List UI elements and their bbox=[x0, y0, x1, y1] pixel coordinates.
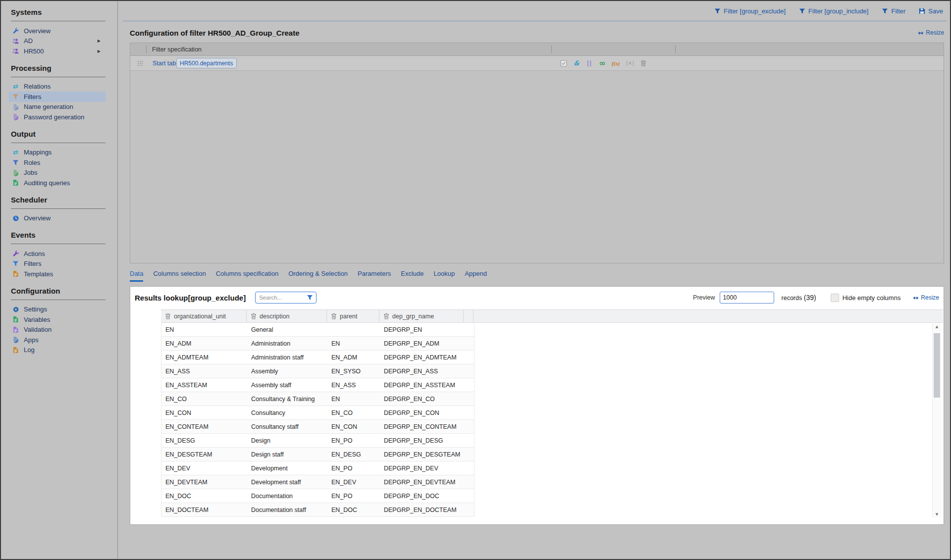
preview-input[interactable] bbox=[720, 292, 774, 304]
sidebar-item-label: AD bbox=[24, 37, 33, 45]
delete-icon[interactable] bbox=[640, 59, 647, 67]
sidebar-item-jobs[interactable]: Jobs bbox=[11, 168, 106, 178]
checkbox-icon[interactable] bbox=[560, 59, 567, 67]
table-row[interactable]: EN_ASSTEAMAssembly staffEN_ASSDEPGRP_EN_… bbox=[161, 378, 474, 392]
search-input[interactable]: Search... bbox=[255, 292, 317, 304]
cell-dep-grp-name: DEPGRP_EN_DOCTEAM bbox=[380, 507, 464, 513]
column-header-stub bbox=[464, 310, 474, 322]
trash-icon[interactable] bbox=[165, 313, 171, 319]
table-row[interactable]: ENGeneralDEPGRP_EN bbox=[161, 323, 474, 337]
sidebar-item-apps[interactable]: Apps bbox=[11, 335, 106, 345]
column-label: dep_grp_name bbox=[392, 313, 434, 320]
results-controls: Preview records (39) Hide empty columns … bbox=[693, 292, 939, 304]
sidebar-item-password-generation[interactable]: Password generation bbox=[11, 112, 106, 122]
link-icon[interactable]: ∞ bbox=[599, 59, 606, 67]
scroll-down-button[interactable]: ▼ bbox=[933, 511, 941, 517]
table-row[interactable]: EN_CONConsultancyEN_CODEPGRP_EN_CON bbox=[161, 406, 474, 420]
sidebar-item-variables[interactable]: Variables bbox=[11, 314, 106, 325]
filter-group-exclude-button[interactable]: Filter [group_exclude] bbox=[714, 7, 786, 15]
column-header-organizational-unit[interactable]: organizational_unit bbox=[161, 310, 247, 322]
filter-specification-header: Filter specification bbox=[130, 43, 944, 56]
table-row[interactable]: EN_DEVDevelopmentEN_PODEPGRP_EN_DEV bbox=[161, 461, 474, 475]
sidebar-item-hr500[interactable]: HR500▶ bbox=[11, 46, 106, 56]
sidebar-item-settings[interactable]: Settings bbox=[11, 305, 106, 315]
trash-icon[interactable] bbox=[383, 313, 389, 319]
table-row[interactable]: EN_CONTEAMConsultancy staffEN_CONDEPGRP_… bbox=[161, 420, 474, 434]
section-title: Systems bbox=[11, 8, 117, 16]
tab-lookup[interactable]: Lookup bbox=[434, 270, 455, 282]
resize-arrows-icon: ↔ bbox=[918, 29, 923, 37]
tab-exclude[interactable]: Exclude bbox=[401, 270, 423, 282]
table-row[interactable]: EN_DOCDocumentationEN_PODEPGRP_EN_DOC bbox=[161, 489, 474, 503]
tab-columns-specification[interactable]: Columns specification bbox=[216, 270, 278, 282]
sidebar-item-overview[interactable]: Overview bbox=[11, 213, 106, 224]
sidebar-item-roles[interactable]: Roles bbox=[11, 157, 106, 168]
sidebar-item-actions[interactable]: Actions bbox=[11, 249, 106, 259]
filter-group-include-button[interactable]: Filter [group_include] bbox=[799, 7, 868, 15]
sidebar-item-label: Templates bbox=[24, 270, 53, 278]
doc-icon bbox=[12, 270, 19, 278]
title-row: Configuration of filter HR500_AD_Group_C… bbox=[130, 27, 944, 39]
sidebar: Systems Overview AD▶ HR500▶Processing ⇄ … bbox=[1, 1, 118, 559]
table-row[interactable]: EN_DESGTEAMDesign staffEN_DESGDEPGRP_EN_… bbox=[161, 448, 474, 461]
sidebar-item-label: Name generation bbox=[24, 103, 73, 110]
table-row[interactable]: EN_DEVTEAMDevelopment staffEN_DEVDEPGRP_… bbox=[161, 475, 474, 489]
sidebar-item-validation[interactable]: Validation bbox=[11, 325, 106, 335]
cell-organizational-unit: EN_DOC bbox=[161, 493, 247, 500]
table-row[interactable]: EN_DESGDesignEN_PODEPGRP_EN_DESG bbox=[161, 434, 474, 448]
resize-link-top[interactable]: ↔ Resize bbox=[918, 29, 944, 37]
sidebar-item-name-generation[interactable]: Name generation bbox=[11, 102, 106, 112]
table-row[interactable]: EN_ADMAdministrationENDEPGRP_EN_ADM bbox=[161, 337, 474, 351]
tab-append[interactable]: Append bbox=[465, 270, 487, 282]
tab-data[interactable]: Data bbox=[130, 270, 143, 282]
trash-icon[interactable] bbox=[331, 313, 337, 319]
sidebar-item-relations[interactable]: ⇄ Relations bbox=[11, 82, 106, 92]
column-header-description[interactable]: description bbox=[247, 310, 327, 322]
filter-button[interactable]: Filter bbox=[882, 7, 905, 15]
doc-icon bbox=[12, 316, 19, 323]
scrollbar-thumb[interactable] bbox=[934, 333, 940, 398]
sidebar-item-label: Log bbox=[24, 346, 35, 354]
column-header-parent[interactable]: parent bbox=[327, 310, 379, 322]
column-header-dep-grp-name[interactable]: dep_grp_name bbox=[379, 310, 464, 322]
sidebar-item-ad[interactable]: AD▶ bbox=[11, 36, 106, 47]
funnel-icon bbox=[799, 8, 805, 14]
cell-parent: EN bbox=[327, 340, 380, 347]
and-icon[interactable]: & bbox=[573, 59, 580, 67]
sidebar-item-log[interactable]: Log bbox=[11, 345, 106, 356]
start-table-select[interactable]: HR500.departments bbox=[176, 58, 237, 68]
sidebar-item-mappings[interactable]: ⇄ Mappings bbox=[11, 148, 106, 158]
sidebar-item-auditing-queries[interactable]: Auditing queries bbox=[11, 178, 106, 188]
tab-ordering-selection[interactable]: Ordering & Selection bbox=[288, 270, 348, 282]
sidebar-item-filters[interactable]: Filters bbox=[11, 259, 106, 269]
cell-parent: EN_PO bbox=[327, 437, 380, 444]
vertical-scrollbar[interactable]: ▲ ▼ bbox=[932, 323, 941, 517]
table-header-row: organizational_unit description parent d… bbox=[161, 309, 943, 323]
table-row[interactable]: EN_DOCTEAMDocumentation staffEN_DOCDEPGR… bbox=[161, 503, 474, 517]
table-row[interactable]: EN_ASSAssemblyEN_SYSODEPGRP_EN_ASS bbox=[161, 364, 474, 378]
sidebar-item-overview[interactable]: Overview bbox=[11, 26, 106, 36]
between-icon[interactable]: |×| bbox=[626, 59, 634, 67]
tab-parameters[interactable]: Parameters bbox=[358, 270, 391, 282]
resize-link-results[interactable]: ↔ Resize bbox=[913, 294, 939, 302]
trash-icon[interactable] bbox=[251, 313, 257, 319]
table-row[interactable]: EN_ADMTEAMAdministration staffEN_ADMDEPG… bbox=[161, 351, 474, 364]
or-icon[interactable]: || bbox=[586, 59, 593, 67]
drag-grip-icon[interactable] bbox=[137, 60, 143, 66]
sidebar-item-label: Filters bbox=[24, 260, 41, 267]
sidebar-item-templates[interactable]: Templates bbox=[11, 269, 106, 279]
doc-icon bbox=[12, 346, 19, 354]
save-button[interactable]: Save bbox=[919, 7, 943, 15]
start-table-value: HR500.departments bbox=[180, 60, 233, 67]
cell-description: Consultancy staff bbox=[247, 423, 327, 430]
fx-icon[interactable]: f(x) bbox=[612, 59, 620, 67]
tab-columns-selection[interactable]: Columns selection bbox=[153, 270, 206, 282]
scroll-up-button[interactable]: ▲ bbox=[933, 323, 941, 330]
hide-empty-columns-checkbox[interactable] bbox=[831, 294, 839, 302]
table-row[interactable]: EN_COConsultancy & TrainingENDEPGRP_EN_C… bbox=[161, 392, 474, 406]
button-label: Filter [group_exclude] bbox=[724, 7, 786, 15]
sidebar-item-filters[interactable]: Filters bbox=[9, 92, 106, 102]
sidebar-section-events: Events Actions Filters Templates bbox=[11, 231, 117, 279]
cell-description: Assembly staff bbox=[247, 382, 327, 389]
tab-bar: DataColumns selectionColumns specificati… bbox=[130, 270, 944, 282]
